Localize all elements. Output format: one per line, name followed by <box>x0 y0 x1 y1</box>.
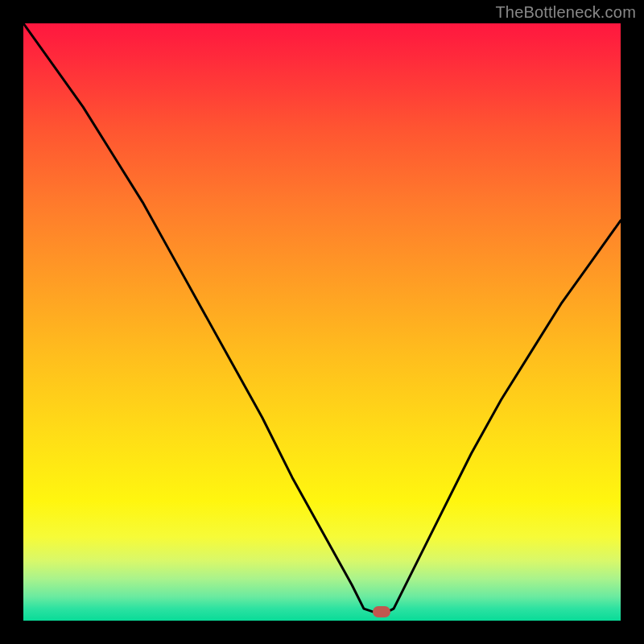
plot-area <box>23 23 621 621</box>
minimum-marker <box>373 606 390 617</box>
chart-frame: TheBottleneck.com <box>0 0 644 644</box>
bottleneck-curve-path <box>23 23 621 615</box>
curve-svg <box>23 23 621 621</box>
watermark-text: TheBottleneck.com <box>495 3 636 22</box>
